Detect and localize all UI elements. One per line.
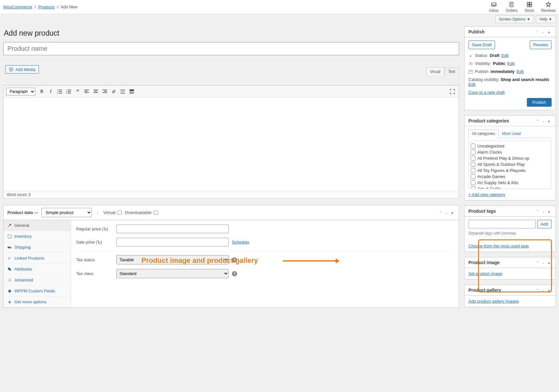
ul-icon[interactable] [56, 88, 64, 95]
category-checkbox[interactable] [471, 162, 475, 167]
category-item[interactable]: Alarm Clocks [471, 149, 549, 155]
breadcrumb-woocommerce[interactable]: WooCommerce [3, 4, 32, 9]
tab-most-used[interactable]: Most Used [499, 129, 524, 138]
category-checkbox[interactable] [471, 156, 475, 161]
readmore-icon[interactable] [119, 88, 127, 95]
category-checkbox[interactable] [471, 168, 475, 173]
chevron-down-icon[interactable]: ⌄ [444, 210, 449, 215]
chevron-down-icon[interactable]: ⌄ [541, 288, 546, 292]
triangle-up-icon[interactable]: ▲ [450, 210, 455, 215]
tab-general[interactable]: General [4, 220, 71, 231]
sale-price-input[interactable] [116, 238, 229, 246]
virtual-checkbox[interactable] [118, 210, 122, 215]
add-category-link[interactable]: + Add new category [468, 192, 505, 197]
align-center-icon[interactable] [92, 88, 100, 95]
product-name-input[interactable] [3, 42, 459, 55]
tab-attributes[interactable]: Attributes [4, 264, 71, 275]
edit-publish-date[interactable]: Edit [517, 69, 524, 74]
triangle-up-icon[interactable]: ▲ [546, 209, 552, 213]
category-checkbox[interactable] [471, 150, 475, 155]
tab-linked[interactable]: Linked Products [4, 253, 71, 264]
svg-rect-20 [84, 91, 87, 92]
product-type-select[interactable]: Simple product [41, 208, 92, 217]
help-button[interactable]: Help ▼ [536, 15, 556, 23]
regular-price-input[interactable] [116, 225, 229, 233]
breadcrumb: WooCommerce / Products / Add New [3, 4, 77, 9]
tax-status-select[interactable]: Taxable [116, 255, 229, 264]
format-select[interactable]: Paragraph [6, 88, 35, 95]
tab-shipping[interactable]: Shipping [4, 242, 71, 253]
triangle-up-icon[interactable]: ▲ [546, 260, 552, 265]
align-left-icon[interactable] [83, 88, 91, 95]
category-item[interactable]: Art Supply Sets & Kits [471, 180, 549, 186]
tab-inventory[interactable]: Inventory [4, 231, 71, 242]
chevron-up-icon[interactable]: ⌃ [535, 288, 540, 292]
gear-icon [7, 278, 12, 282]
editor-body[interactable] [4, 98, 459, 191]
chevron-down-icon[interactable]: ⌄ [541, 119, 546, 123]
triangle-up-icon[interactable]: ▲ [546, 30, 552, 34]
editor-tab-visual[interactable]: Visual [426, 67, 444, 76]
chevron-down-icon[interactable]: ⌄ [541, 260, 546, 265]
link-icon[interactable] [110, 88, 118, 95]
toolbar-toggle-icon[interactable] [128, 88, 136, 95]
help-icon[interactable]: ? [232, 271, 237, 276]
category-checkbox[interactable] [471, 174, 475, 179]
quote-icon[interactable]: “ [74, 88, 82, 95]
tab-all-categories[interactable]: All categories [468, 129, 499, 138]
category-item[interactable]: Arcade Games [471, 174, 549, 180]
publish-button[interactable]: Publish [527, 98, 552, 107]
activity-inbox[interactable]: Inbox [489, 1, 499, 13]
svg-rect-22 [93, 90, 98, 90]
category-checkbox[interactable] [471, 180, 475, 185]
tab-wpfm[interactable]: WPFM Custom Fields [4, 286, 71, 297]
tab-more-options[interactable]: Get more options [4, 297, 71, 307]
add-tag-button[interactable]: Add [537, 220, 552, 228]
bold-icon[interactable]: B [38, 88, 46, 95]
category-item[interactable]: All Pretend Play & Dress-up [471, 155, 549, 161]
chevron-up-icon[interactable]: ⌃ [535, 260, 540, 265]
edit-status[interactable]: Edit [501, 53, 509, 58]
copy-to-draft[interactable]: Copy to a new draft [468, 90, 505, 95]
category-list[interactable]: UncategorizedAlarm ClocksAll Pretend Pla… [468, 141, 552, 189]
category-item[interactable]: All Toy Figures & Playsets [471, 167, 549, 174]
downloadable-checkbox[interactable] [154, 210, 158, 215]
help-icon[interactable]: ? [232, 257, 237, 263]
activity-reviews[interactable]: Reviews [541, 1, 556, 13]
category-item[interactable]: Arts & Crafts [471, 186, 549, 189]
chevron-down-icon[interactable]: ⌄ [541, 30, 546, 34]
triangle-up-icon[interactable]: ▲ [546, 119, 552, 123]
ol-icon[interactable]: 123 [65, 88, 73, 95]
tax-class-select[interactable]: Standard [116, 269, 229, 278]
chevron-up-icon[interactable]: ⌃ [535, 30, 540, 34]
preview-button[interactable]: Preview [530, 40, 552, 49]
italic-icon[interactable]: I [47, 88, 55, 95]
chevron-up-icon[interactable]: ⌃ [438, 210, 443, 215]
category-item[interactable]: Uncategorized [471, 143, 549, 149]
save-draft-button[interactable]: Save Draft [468, 40, 495, 49]
choose-tags-link[interactable]: Choose from the most used tags [468, 244, 529, 248]
editor-tab-text[interactable]: Text [444, 67, 459, 76]
tab-advanced[interactable]: Advanced [4, 275, 71, 286]
align-right-icon[interactable] [101, 88, 109, 95]
activity-stock[interactable]: Stock [525, 1, 534, 13]
activity-orders[interactable]: Orders [506, 1, 518, 13]
schedule-link[interactable]: Schedule [232, 240, 249, 245]
chevron-up-icon[interactable]: ⌃ [535, 119, 540, 123]
tag-hint: Separate tags with commas [468, 231, 552, 236]
edit-visibility[interactable]: Edit [507, 61, 514, 66]
add-media-button[interactable]: Add Media [5, 65, 39, 74]
chevron-up-icon[interactable]: ⌃ [535, 209, 540, 213]
triangle-up-icon[interactable]: ▲ [546, 288, 552, 292]
fullscreen-icon[interactable] [448, 88, 456, 95]
category-item[interactable]: All Sports & Outdoor Play [471, 161, 549, 167]
screen-options-button[interactable]: Screen Options ▼ [495, 15, 534, 23]
edit-catalog[interactable]: Edit [468, 82, 475, 87]
tag-input[interactable] [468, 220, 536, 228]
add-gallery-images-link[interactable]: Add product gallery images [468, 299, 519, 304]
category-checkbox[interactable] [471, 186, 475, 189]
breadcrumb-products[interactable]: Products [38, 4, 55, 9]
category-checkbox[interactable] [471, 144, 475, 148]
chevron-down-icon[interactable]: ⌄ [541, 209, 546, 213]
set-product-image-link[interactable]: Set product image [468, 271, 502, 276]
